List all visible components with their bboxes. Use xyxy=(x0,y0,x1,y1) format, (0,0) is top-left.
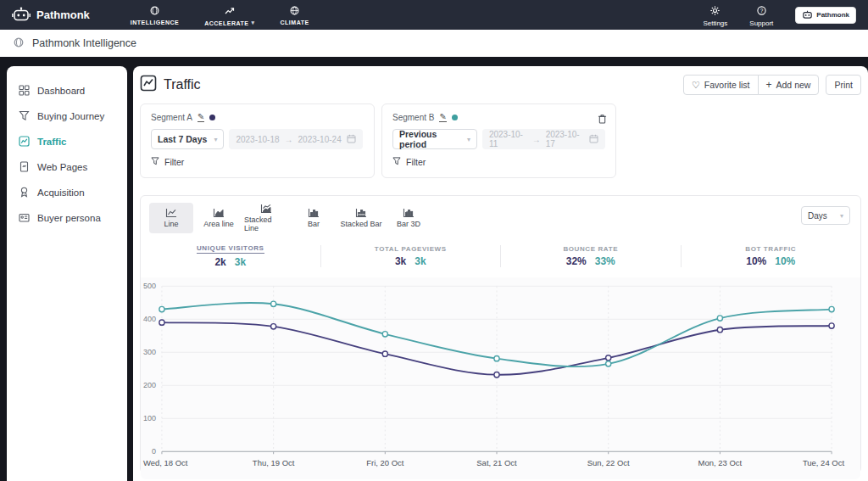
metric-bounce-rate[interactable]: BOUNCE RATE 32% 33% xyxy=(501,245,681,267)
segment-b-color-dot xyxy=(452,115,458,120)
edit-icon[interactable]: ✎ xyxy=(439,113,446,122)
edit-icon[interactable]: ✎ xyxy=(198,113,204,122)
workspace: Dashboard Buying Journey Traffic xyxy=(0,57,868,481)
segment-a-range-value: Last 7 Days xyxy=(158,134,207,144)
sidebar-item-label: Dashboard xyxy=(37,86,85,96)
brand-name: Pathmonk xyxy=(36,8,90,21)
chevron-down-icon: ▾ xyxy=(252,20,255,26)
robot-icon-small xyxy=(802,10,813,20)
metric-value-segment-a: 10% xyxy=(746,255,766,267)
segment-a-filter-button[interactable]: Filter xyxy=(151,157,184,167)
svg-text:0: 0 xyxy=(152,447,156,456)
plus-icon: + xyxy=(766,80,772,90)
primary-nav: INTELLIGENCE ACCELERATE ▾ xyxy=(131,3,309,26)
sidebar: Dashboard Buying Journey Traffic xyxy=(7,66,127,481)
metric-label: BOUNCE RATE xyxy=(563,245,618,253)
metric-value-segment-a: 32% xyxy=(566,255,587,267)
segment-b-name: Segment B xyxy=(392,113,434,122)
tab-label: Area line xyxy=(203,220,234,228)
dashboard-grid-icon xyxy=(19,85,30,98)
favorite-list-button[interactable]: ♡ Favorite list xyxy=(683,75,759,95)
svg-text:200: 200 xyxy=(143,381,156,389)
nav-accelerate-label: ACCELERATE xyxy=(204,20,248,26)
help-icon: ? xyxy=(757,3,766,19)
sidebar-item-label: Traffic xyxy=(37,137,67,147)
metric-value-segment-b: 10% xyxy=(775,255,795,267)
nav-intelligence[interactable]: INTELLIGENCE xyxy=(131,3,179,26)
svg-text:400: 400 xyxy=(143,315,156,323)
nav-accelerate[interactable]: ACCELERATE ▾ xyxy=(204,3,254,26)
arrow-right-icon: → xyxy=(532,135,541,144)
sidebar-item-acquisition[interactable]: Acquisition xyxy=(7,180,127,205)
account-button[interactable]: Pathmonk xyxy=(795,7,856,24)
calendar-icon xyxy=(589,134,598,145)
navbar-right: Settings ? Support xyxy=(703,3,856,27)
award-icon xyxy=(19,187,30,199)
chart-type-tabs: Line Area line Stacked Line xyxy=(141,196,860,233)
filter-funnel-icon xyxy=(392,157,401,167)
segment-a-card: Segment A ✎ Last 7 Days ▾ 2023-10-18 → 2… xyxy=(140,103,375,178)
metric-value-segment-a: 3k xyxy=(395,255,406,267)
nav-climate[interactable]: CLIMATE xyxy=(281,3,309,26)
metric-value-segment-b: 3k xyxy=(415,255,426,267)
metric-label: BOT TRAFFIC xyxy=(745,245,796,253)
settings-button[interactable]: Settings xyxy=(703,3,727,27)
print-label: Print xyxy=(834,80,853,90)
chevron-down-icon: ▾ xyxy=(467,136,470,143)
intelligence-icon xyxy=(150,3,159,19)
tab-area-line[interactable]: Area line xyxy=(197,203,241,233)
sidebar-item-dashboard[interactable]: Dashboard xyxy=(7,78,127,103)
sidebar-item-label: Buying Journey xyxy=(37,111,104,121)
metric-value-segment-a: 2k xyxy=(214,256,225,268)
segment-a-name: Segment A xyxy=(151,113,192,122)
page-header: Traffic ♡ Favorite list + Add new Print xyxy=(140,75,861,95)
trash-icon[interactable] xyxy=(598,112,607,127)
heart-icon: ♡ xyxy=(692,81,700,90)
interval-select[interactable]: Days ▾ xyxy=(801,206,850,225)
sidebar-item-web-pages[interactable]: Web Pages xyxy=(7,154,127,180)
tab-label: Line xyxy=(164,220,178,228)
svg-text:Wed, 18 Oct: Wed, 18 Oct xyxy=(143,457,188,467)
segment-b-filter-button[interactable]: Filter xyxy=(392,157,426,167)
tab-bar[interactable]: Bar xyxy=(292,203,336,233)
sidebar-item-buying-journey[interactable]: Buying Journey xyxy=(7,103,127,129)
tab-label: Bar 3D xyxy=(397,220,420,228)
sidebar-item-buyer-persona[interactable]: Buyer persona xyxy=(7,205,127,231)
subheader-title: Pathmonk Intelligence xyxy=(32,37,136,49)
tab-line[interactable]: Line xyxy=(149,203,193,233)
tab-stacked-line[interactable]: Stacked Line xyxy=(244,203,288,233)
svg-text:Thu, 19 Oct: Thu, 19 Oct xyxy=(253,457,295,467)
add-new-button[interactable]: + Add new xyxy=(758,75,820,95)
segment-a-color-dot xyxy=(209,115,215,120)
segment-b-date-range[interactable]: 2023-10-11 → 2023-10-17 xyxy=(482,129,605,149)
metrics-row: UNIQUE VISITORS 2k 3k TOTAL PAGEVIEWS 3k… xyxy=(141,240,860,272)
add-new-label: Add new xyxy=(776,80,811,90)
sidebar-item-traffic[interactable]: Traffic xyxy=(7,129,127,154)
favorite-list-label: Favorite list xyxy=(704,80,750,90)
metric-bot-traffic[interactable]: BOT TRAFFIC 10% 10% xyxy=(682,245,861,267)
print-button[interactable]: Print xyxy=(826,75,861,95)
segment-b-date-start: 2023-10-11 xyxy=(489,130,527,148)
pathmonk-logo[interactable]: Pathmonk xyxy=(12,7,90,24)
tab-label: Stacked Line xyxy=(244,215,288,232)
metric-total-pageviews[interactable]: TOTAL PAGEVIEWS 3k 3k xyxy=(321,245,501,267)
tab-stacked-bar[interactable]: Stacked Bar xyxy=(339,203,383,233)
segment-a-date-range[interactable]: 2023-10-18 → 2023-10-24 xyxy=(229,129,362,149)
filter-funnel-icon xyxy=(151,157,159,167)
segment-a-date-end: 2023-10-24 xyxy=(298,135,342,144)
account-label: Pathmonk xyxy=(816,11,849,19)
metric-value-segment-b: 3k xyxy=(235,256,246,268)
metric-unique-visitors[interactable]: UNIQUE VISITORS 2k 3k xyxy=(141,244,320,268)
intelligence-badge-icon xyxy=(14,36,24,51)
traffic-line-chart[interactable]: 0100200300400500Wed, 18 OctThu, 19 OctFr… xyxy=(141,277,860,479)
chevron-down-icon: ▾ xyxy=(214,136,217,143)
segments-row: Segment A ✎ Last 7 Days ▾ 2023-10-18 → 2… xyxy=(140,103,861,178)
support-button[interactable]: ? Support xyxy=(749,3,773,27)
nav-intelligence-label: INTELLIGENCE xyxy=(131,20,179,25)
support-label: Support xyxy=(749,20,773,27)
segment-a-range-select[interactable]: Last 7 Days ▾ xyxy=(151,129,224,149)
tab-bar-3d[interactable]: Bar 3D xyxy=(387,203,431,233)
id-card-icon xyxy=(19,212,30,225)
svg-text:Fri, 20 Oct: Fri, 20 Oct xyxy=(366,457,404,467)
segment-b-range-select[interactable]: Previous period ▾ xyxy=(392,129,477,149)
